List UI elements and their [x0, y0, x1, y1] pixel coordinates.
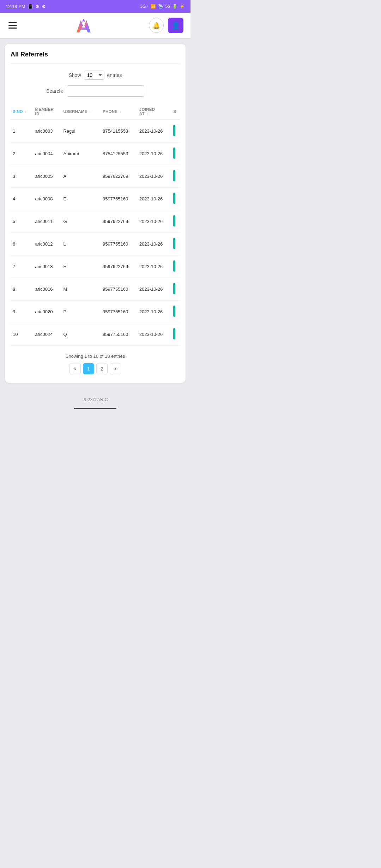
- notification-bell-button[interactable]: 🔔: [149, 18, 164, 33]
- cell-phone: 9597622769: [101, 255, 137, 278]
- cell-sno: 8: [11, 278, 33, 301]
- cell-phone: 8754115553: [101, 120, 137, 143]
- cell-username: Ragul: [61, 120, 100, 143]
- cell-member-id: aric0024: [33, 323, 61, 346]
- user-avatar[interactable]: 👤: [168, 18, 183, 33]
- show-label: Show: [68, 72, 81, 78]
- cell-sno: 9: [11, 301, 33, 323]
- referrals-table: S.NO ↕ MEMBERID ↕ USERNAME ↕ PHONE ↕ JOI: [11, 104, 180, 346]
- cell-joined-at: 2023-10-26: [137, 278, 171, 301]
- table-row: 3 aric0005 A 9597622769 2023-10-26: [11, 165, 180, 188]
- battery-icon: 🔋: [172, 4, 177, 9]
- col-sno: S.NO ↕: [11, 104, 33, 120]
- cell-joined-at: 2023-10-26: [137, 210, 171, 233]
- cell-username: L: [61, 233, 100, 255]
- table-row: 7 aric0013 H 9597622769 2023-10-26: [11, 255, 180, 278]
- footer: 2023© ARIC: [0, 388, 190, 416]
- header: 🔔 👤: [0, 13, 190, 38]
- cell-member-id: aric0020: [33, 301, 61, 323]
- hamburger-line-1: [8, 22, 17, 23]
- cell-status: [171, 120, 180, 143]
- cell-sno: 5: [11, 210, 33, 233]
- cell-status: [171, 165, 180, 188]
- status-indicator: [173, 170, 175, 181]
- prev-icon: <: [74, 366, 77, 372]
- cell-joined-at: 2023-10-26: [137, 301, 171, 323]
- col-joined-at: JOINEDAT ↕: [137, 104, 171, 120]
- cell-sno: 7: [11, 255, 33, 278]
- gear-icon: ⚙: [42, 4, 46, 9]
- page-2-label: 2: [101, 366, 103, 372]
- show-entries-row: Show 10 25 50 100 entries: [11, 71, 180, 80]
- table-body: 1 aric0003 Ragul 8754115553 2023-10-26 2…: [11, 120, 180, 346]
- cell-phone: 9597622769: [101, 165, 137, 188]
- col-member-id: MEMBERID ↕: [33, 104, 61, 120]
- col-status: S: [171, 104, 180, 120]
- cell-status: [171, 233, 180, 255]
- referrals-card: All Referrels Show 10 25 50 100 entries …: [5, 44, 186, 383]
- search-row: Search:: [11, 85, 180, 97]
- cell-sno: 2: [11, 143, 33, 165]
- cell-joined-at: 2023-10-26: [137, 120, 171, 143]
- cell-member-id: aric0012: [33, 233, 61, 255]
- sort-icon-memberid: ↕: [41, 112, 43, 116]
- cell-status: [171, 210, 180, 233]
- cell-username: E: [61, 188, 100, 210]
- status-indicator: [173, 260, 175, 272]
- cell-sno: 1: [11, 120, 33, 143]
- page-title: All Referrels: [11, 51, 180, 64]
- page-1-label: 1: [87, 366, 90, 372]
- entries-label: entries: [107, 72, 122, 78]
- cell-member-id: aric0008: [33, 188, 61, 210]
- bolt-icon: ⚡: [180, 4, 185, 9]
- page-1-button[interactable]: 1: [83, 363, 94, 374]
- table-row: 2 aric0004 Abirami 8754125553 2023-10-26: [11, 143, 180, 165]
- wifi-icon: 📡: [158, 4, 163, 9]
- sort-icon-joinedat: ↕: [146, 112, 148, 116]
- signal-icon: 📶: [151, 4, 156, 9]
- cell-phone: 9597755160: [101, 233, 137, 255]
- table-row: 6 aric0012 L 9597755160 2023-10-26: [11, 233, 180, 255]
- entries-select[interactable]: 10 25 50 100: [84, 71, 104, 80]
- header-actions: 🔔 👤: [149, 18, 183, 33]
- cell-phone: 9597755160: [101, 188, 137, 210]
- page-2-button[interactable]: 2: [96, 363, 108, 374]
- status-left: 12:18 PM 📳 ⚙ ⚙: [6, 4, 46, 9]
- cell-username: Abirami: [61, 143, 100, 165]
- prev-page-button[interactable]: <: [69, 363, 81, 374]
- status-indicator: [173, 193, 175, 204]
- cell-joined-at: 2023-10-26: [137, 188, 171, 210]
- cell-phone: 8754125553: [101, 143, 137, 165]
- cell-joined-at: 2023-10-26: [137, 165, 171, 188]
- logo-container: [73, 15, 94, 36]
- logo-svg: [73, 15, 94, 36]
- cell-status: [171, 255, 180, 278]
- pagination-info-text: Showing 1 to 10 of 18 entries: [66, 354, 125, 359]
- table-row: 9 aric0020 P 9597755160 2023-10-26: [11, 301, 180, 323]
- cell-joined-at: 2023-10-26: [137, 323, 171, 346]
- home-indicator: [74, 408, 116, 409]
- cell-status: [171, 188, 180, 210]
- table-header: S.NO ↕ MEMBERID ↕ USERNAME ↕ PHONE ↕ JOI: [11, 104, 180, 120]
- table-row: 10 aric0024 Q 9597755160 2023-10-26: [11, 323, 180, 346]
- pagination-info: Showing 1 to 10 of 18 entries: [11, 354, 180, 359]
- settings-icon: ⚙: [35, 4, 40, 9]
- status-indicator: [173, 283, 175, 294]
- battery-label: 56: [165, 4, 170, 9]
- status-indicator: [173, 125, 175, 136]
- cell-member-id: aric0013: [33, 255, 61, 278]
- status-bar: 12:18 PM 📳 ⚙ ⚙ 5G+ 📶 📡 56 🔋 ⚡: [0, 0, 190, 13]
- cell-sno: 3: [11, 165, 33, 188]
- pagination-controls: < 1 2 >: [11, 363, 180, 374]
- bell-icon: 🔔: [152, 22, 160, 29]
- cell-phone: 9597755160: [101, 301, 137, 323]
- status-indicator: [173, 306, 175, 317]
- cell-member-id: aric0005: [33, 165, 61, 188]
- header-row: S.NO ↕ MEMBERID ↕ USERNAME ↕ PHONE ↕ JOI: [11, 104, 180, 120]
- table-row: 5 aric0011 G 9597622769 2023-10-26: [11, 210, 180, 233]
- search-input[interactable]: [67, 85, 144, 97]
- next-page-button[interactable]: >: [110, 363, 121, 374]
- cell-sno: 4: [11, 188, 33, 210]
- vibrate-icon: 📳: [28, 4, 33, 9]
- hamburger-menu[interactable]: [7, 21, 18, 30]
